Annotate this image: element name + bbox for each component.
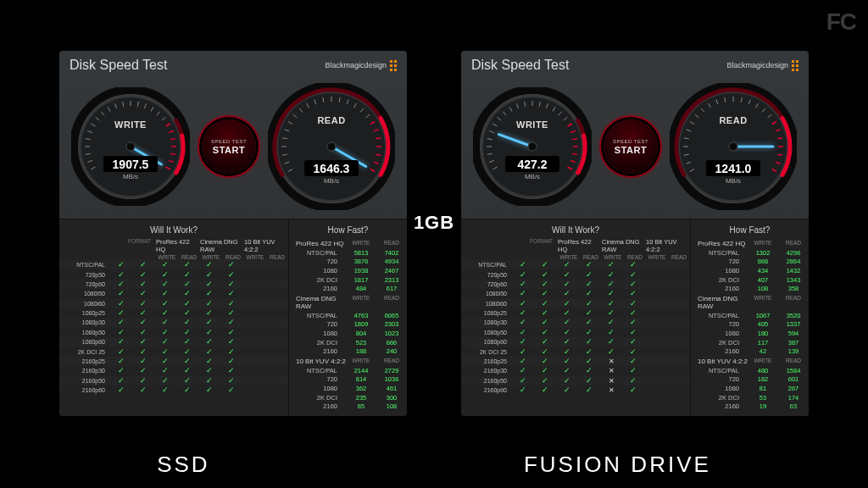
howfast-row: NTSC/PAL47636065	[289, 311, 407, 320]
will-cell: ✓	[534, 348, 556, 356]
howfast-row: 7208141036	[289, 375, 407, 385]
will-cell: ✓	[176, 329, 198, 336]
will-cell: ✓	[534, 338, 556, 346]
will-cell: ✓	[198, 367, 220, 374]
will-cell: ✓	[556, 319, 578, 326]
will-cell: ✓	[154, 309, 176, 317]
will-cell: ✓	[132, 290, 154, 297]
will-cell: ✓	[110, 367, 132, 374]
will-row: NTSC/PAL✓✓✓✓✓✓	[59, 260, 288, 269]
will-row: 2K DCI 25✓✓✓✓✓✓	[461, 347, 690, 356]
howfast-row: 7208682864	[691, 258, 809, 267]
footer-left: SSD	[157, 452, 209, 478]
svg-line-115	[777, 154, 782, 155]
howfast-row: 2K DCI53174	[691, 393, 809, 402]
svg-point-29	[126, 142, 135, 151]
will-cell: ✓	[556, 290, 578, 297]
results-tables: Will It Work? FORMAT ProRes 422 HQWRITER…	[59, 219, 407, 416]
will-cell: ✓	[622, 271, 644, 279]
format-name: 2160p50	[59, 378, 110, 384]
will-row: 1080p50✓✓✓✓✓✓	[59, 328, 288, 337]
titlebar: Disk Speed Test Blackmagicdesign	[59, 51, 407, 78]
will-cell: ✓	[110, 261, 132, 269]
will-cell: ✓	[600, 329, 622, 336]
format-name: 1080p50	[59, 330, 110, 336]
will-cell: ✓	[198, 309, 220, 317]
will-cell: ✓	[556, 358, 578, 365]
will-cell: ✓	[622, 329, 644, 336]
format-name: NTSC/PAL	[59, 262, 110, 268]
will-cell: ✓	[534, 290, 556, 297]
will-cell: ✓	[578, 386, 600, 394]
read-gauge: READ 1241.0MB/s	[670, 83, 797, 210]
will-cell: ✓	[132, 319, 154, 326]
will-cell: ✓	[622, 280, 644, 288]
will-cell: ✓	[578, 290, 600, 297]
will-cell: ✓	[578, 271, 600, 279]
will-cell: ✓	[556, 348, 578, 356]
will-cell: ✓	[600, 309, 622, 317]
will-row: 2160p25✓✓✓✓✓✓	[59, 357, 288, 366]
will-cell: ✓	[512, 261, 534, 269]
start-button[interactable]: SPEED TEST START	[604, 119, 658, 174]
will-cell: ✓	[198, 300, 220, 308]
will-cell: ✓	[198, 377, 220, 385]
howfast-group-header: ProRes 422 HQWRITEREAD	[691, 238, 809, 248]
format-name: 1080i60	[461, 301, 512, 307]
format-name: 1080i50	[59, 291, 110, 297]
start-button[interactable]: SPEED TEST START	[202, 119, 256, 174]
will-cell: ✓	[176, 300, 198, 308]
will-cell: ✓	[534, 386, 556, 394]
will-it-work-table: Will It Work? FORMAT ProRes 422 HQWRITER…	[59, 219, 289, 416]
will-cell: ✓	[154, 290, 176, 297]
howfast-row: 2K DCI117387	[691, 338, 809, 347]
format-name: 2160p30	[461, 368, 512, 374]
svg-point-89	[528, 142, 537, 151]
will-cell: ✓	[110, 329, 132, 336]
will-cell: ✓	[198, 348, 220, 356]
will-cell: ✓	[110, 280, 132, 288]
will-cell: ✓	[220, 386, 242, 394]
will-cell: ✓	[220, 300, 242, 308]
will-row: 1080p30✓✓✓✓✓✓	[461, 318, 690, 327]
format-name: 1080p30	[59, 319, 110, 325]
format-name: 2K DCI 25	[59, 349, 110, 355]
will-cell: ✓	[512, 338, 534, 346]
will-cell: ✓	[220, 261, 242, 269]
will-cell: ✓	[622, 309, 644, 317]
format-name: 2160p25	[59, 358, 110, 364]
howfast-row: 10808041023	[289, 329, 407, 338]
will-cell: ✓	[154, 271, 176, 279]
will-cell: ✓	[512, 319, 534, 326]
will-cell: ✓	[556, 280, 578, 288]
will-cell: ✓	[110, 338, 132, 346]
will-cell: ✓	[534, 271, 556, 279]
will-cell: ✓	[176, 271, 198, 279]
format-name: 720p50	[59, 272, 110, 278]
will-cell: ✓	[132, 280, 154, 288]
will-cell: ✓	[220, 338, 242, 346]
will-cell: ✓	[578, 319, 600, 326]
will-cell: ✕	[600, 367, 622, 374]
will-row: 1080p50✓✓✓✓✓✓	[461, 328, 690, 337]
will-cell: ✓	[600, 338, 622, 346]
howfast-row: 720182601	[691, 375, 809, 385]
svg-line-23	[170, 139, 175, 140]
brand: Blackmagicdesign	[726, 60, 798, 71]
will-cell: ✓	[154, 348, 176, 356]
will-cell: ✓	[198, 261, 220, 269]
will-cell: ✓	[578, 309, 600, 317]
format-name: 2160p25	[461, 358, 512, 364]
will-cell: ✓	[556, 309, 578, 317]
will-cell: ✓	[132, 386, 154, 394]
will-row: 2160p30✓✓✓✓✕✓	[461, 366, 690, 375]
titlebar: Disk Speed Test Blackmagicdesign	[461, 51, 809, 78]
howfast-row: 108019382467	[289, 266, 407, 275]
will-cell: ✓	[534, 377, 556, 385]
will-cell: ✕	[600, 358, 622, 365]
will-row: 1080i50✓✓✓✓✓✓	[59, 289, 288, 298]
will-cell: ✓	[220, 290, 242, 297]
will-cell: ✓	[578, 280, 600, 288]
how-fast-table: How Fast? ProRes 422 HQWRITEREADNTSC/PAL…	[691, 219, 809, 416]
will-row: 2160p50✓✓✓✓✕✓	[461, 376, 690, 385]
